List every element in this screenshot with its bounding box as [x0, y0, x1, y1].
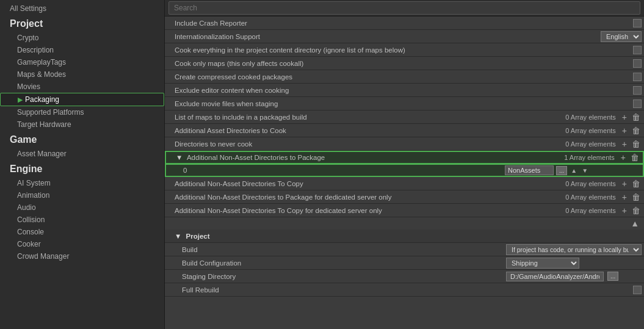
- sidebar-item-gameplaytags[interactable]: GameplayTags: [0, 56, 164, 68]
- add-additional-non-asset-button[interactable]: +: [620, 153, 627, 162]
- settings-table: Include Crash Reporter Internationalizat…: [165, 16, 644, 329]
- count-list-of-maps: 0 Array elements: [565, 114, 616, 121]
- value-build-config: Shipping: [504, 258, 644, 269]
- input-staging-dir[interactable]: [506, 272, 604, 281]
- sidebar-item-ai-system[interactable]: AI System: [0, 177, 164, 189]
- row-additional-non-asset: ▼ Additional Non-Asset Directories to Pa…: [165, 151, 644, 164]
- add-additional-non-asset-dedicated-button[interactable]: +: [621, 192, 628, 202]
- add-additional-asset-button[interactable]: +: [621, 126, 628, 136]
- sidebar-item-crowd-manager[interactable]: Crowd Manager: [0, 250, 164, 262]
- value-directories-never: 0 Array elements + 🗑: [504, 139, 644, 149]
- row-intl-support: Internationalization Support English: [165, 30, 644, 43]
- checkbox-full-rebuild[interactable]: [633, 286, 642, 294]
- sidebar: All Settings Project Crypto Description …: [0, 0, 165, 329]
- scroll-up-button[interactable]: ▲: [631, 219, 639, 228]
- count-additional-non-asset-copy-dedicated: 0 Array elements: [565, 207, 616, 214]
- row-additional-non-asset-copy-dedicated: Additional Non-Asset Directories To Copy…: [165, 204, 644, 217]
- row-additional-non-asset-copy: Additional Non-Asset Directories To Copy…: [165, 177, 644, 190]
- triangle-project-icon: ▼: [175, 233, 181, 240]
- search-input[interactable]: [168, 1, 640, 15]
- label-additional-non-asset-dedicated: Additional Non-Asset Directories to Pack…: [165, 193, 504, 201]
- add-additional-non-asset-copy-button[interactable]: +: [621, 179, 628, 189]
- add-additional-non-asset-copy-dedicated-button[interactable]: +: [621, 206, 628, 215]
- sidebar-item-supported-platforms[interactable]: Supported Platforms: [0, 106, 164, 118]
- sidebar-item-movies[interactable]: Movies: [0, 81, 164, 93]
- value-list-of-maps: 0 Array elements + 🗑: [504, 112, 644, 122]
- delete-additional-asset-button[interactable]: 🗑: [631, 126, 642, 136]
- value-additional-asset: 0 Array elements + 🗑: [504, 126, 644, 136]
- value-build: If project has code, or running a locall…: [504, 244, 644, 255]
- label-intl-support: Internationalization Support: [165, 33, 504, 40]
- value-additional-non-asset-copy: 0 Array elements + 🗑: [504, 179, 644, 189]
- row-cook-everything: Cook everything in the project content d…: [165, 43, 644, 57]
- sidebar-item-animation[interactable]: Animation: [0, 189, 164, 201]
- label-exclude-editor: Exclude editor content when cooking: [165, 87, 504, 94]
- value-cook-everything: [504, 46, 644, 54]
- row-create-compressed: Create compressed cooked packages: [165, 70, 644, 84]
- row-build-config: Build Configuration Shipping: [165, 256, 644, 270]
- row-additional-asset: Additional Asset Directories to Cook 0 A…: [165, 124, 644, 137]
- sidebar-item-packaging[interactable]: ▶ Packaging: [0, 93, 164, 106]
- row-project-header: ▼ Project: [165, 230, 644, 243]
- delete-directories-never-button[interactable]: 🗑: [631, 139, 642, 149]
- label-create-compressed: Create compressed cooked packages: [165, 73, 504, 81]
- label-project-header: ▼ Project: [165, 233, 504, 240]
- label-build: Build: [165, 246, 504, 253]
- row-exclude-movie: Exclude movie files when staging: [165, 97, 644, 110]
- row-full-rebuild: Full Rebuild: [165, 283, 644, 297]
- browse-staging-dir-button[interactable]: ...: [607, 272, 618, 281]
- value-exclude-editor: [504, 86, 644, 95]
- value-include-crash: [504, 19, 644, 27]
- checkbox-cook-only-maps[interactable]: [633, 59, 642, 68]
- value-cook-only-maps: [504, 59, 644, 68]
- checkbox-create-compressed[interactable]: [633, 73, 642, 81]
- delete-additional-non-asset-button[interactable]: 🗑: [629, 153, 640, 162]
- label-additional-non-asset-0: 0: [166, 167, 502, 174]
- label-build-config: Build Configuration: [165, 259, 504, 267]
- value-staging-dir: ...: [504, 272, 644, 281]
- value-intl-support: English: [504, 31, 644, 42]
- input-additional-non-asset-0[interactable]: [505, 165, 554, 175]
- delete-additional-non-asset-copy-button[interactable]: 🗑: [631, 179, 642, 189]
- sidebar-item-asset-manager[interactable]: Asset Manager: [0, 148, 164, 160]
- chevron-down-additional-non-asset-0[interactable]: ▼: [581, 167, 589, 174]
- sidebar-item-maps-modes[interactable]: Maps & Modes: [0, 68, 164, 81]
- value-additional-non-asset: 1 Array elements + 🗑: [502, 153, 643, 162]
- sidebar-item-description[interactable]: Description: [0, 44, 164, 56]
- sidebar-item-crypto[interactable]: Crypto: [0, 32, 164, 44]
- sidebar-item-collision[interactable]: Collision: [0, 214, 164, 226]
- delete-additional-non-asset-dedicated-button[interactable]: 🗑: [631, 192, 642, 202]
- delete-additional-non-asset-copy-dedicated-button[interactable]: 🗑: [631, 206, 642, 215]
- add-directories-never-button[interactable]: +: [621, 139, 628, 149]
- packaging-arrow-icon: ▶: [18, 96, 23, 104]
- game-section-label: Game: [0, 131, 164, 148]
- label-full-rebuild: Full Rebuild: [165, 286, 504, 294]
- all-settings-link[interactable]: All Settings: [0, 2, 164, 15]
- count-additional-non-asset-dedicated: 0 Array elements: [565, 193, 616, 201]
- label-additional-non-asset-copy: Additional Non-Asset Directories To Copy: [165, 180, 504, 187]
- checkbox-exclude-movie[interactable]: [633, 99, 642, 108]
- add-list-of-maps-button[interactable]: +: [621, 112, 628, 122]
- sidebar-item-target-hardware[interactable]: Target Hardware: [0, 118, 164, 131]
- sidebar-item-cooker[interactable]: Cooker: [0, 238, 164, 250]
- label-additional-non-asset-copy-dedicated: Additional Non-Asset Directories To Copy…: [165, 207, 504, 214]
- checkbox-include-crash[interactable]: [633, 19, 642, 27]
- delete-list-of-maps-button[interactable]: 🗑: [631, 112, 642, 122]
- engine-section-label: Engine: [0, 160, 164, 177]
- label-cook-only-maps: Cook only maps (this only affects cookal…: [165, 60, 504, 67]
- sidebar-item-console[interactable]: Console: [0, 226, 164, 238]
- dropdown-build[interactable]: If project has code, or running a locall…: [506, 244, 642, 255]
- row-additional-non-asset-0: 0 ... ▲ ▼: [165, 164, 644, 177]
- row-include-crash: Include Crash Reporter: [165, 16, 644, 30]
- value-additional-non-asset-dedicated: 0 Array elements + 🗑: [504, 192, 644, 202]
- row-additional-non-asset-dedicated: Additional Non-Asset Directories to Pack…: [165, 190, 644, 204]
- sidebar-item-audio[interactable]: Audio: [0, 201, 164, 214]
- chevron-up-additional-non-asset-0[interactable]: ▲: [570, 167, 578, 174]
- label-exclude-movie: Exclude movie files when staging: [165, 100, 504, 107]
- value-exclude-movie: [504, 99, 644, 108]
- dropdown-build-config[interactable]: Shipping: [506, 258, 579, 269]
- checkbox-exclude-editor[interactable]: [633, 86, 642, 95]
- dots-button-additional-non-asset-0[interactable]: ...: [556, 166, 567, 175]
- checkbox-cook-everything[interactable]: [633, 46, 642, 54]
- dropdown-intl-support[interactable]: English: [601, 31, 642, 42]
